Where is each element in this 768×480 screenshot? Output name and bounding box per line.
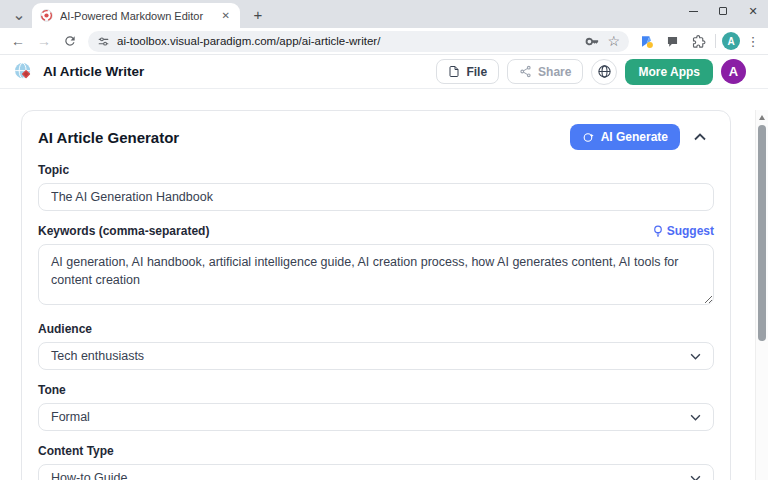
- extensions-area: A ⋮: [635, 30, 762, 52]
- bookmark-star-icon[interactable]: ☆: [607, 33, 620, 49]
- toolbar-separator: [715, 34, 716, 48]
- page-scrollbar[interactable]: [755, 110, 768, 480]
- chevron-down-icon: [690, 353, 701, 360]
- globe-icon: [597, 64, 612, 79]
- audience-select[interactable]: Tech enthusiasts: [38, 342, 714, 370]
- chevron-down-icon: [690, 414, 701, 421]
- keywords-textarea[interactable]: AI generation, AI handbook, artificial i…: [38, 244, 714, 305]
- keywords-label: Keywords (comma-separated): [38, 224, 653, 238]
- app-title: AI Article Writer: [43, 64, 428, 79]
- close-window-button[interactable]: ✕: [738, 0, 768, 22]
- ai-generate-label: AI Generate: [601, 130, 668, 144]
- site-settings-icon[interactable]: [97, 35, 110, 48]
- browser-toolbar: ← → ai-toolbox.visual-paradigm.com/app/a…: [0, 28, 768, 55]
- share-icon: [519, 65, 532, 78]
- ai-sparkle-icon: [582, 131, 595, 144]
- file-button-label: File: [466, 65, 487, 79]
- more-apps-button[interactable]: More Apps: [625, 59, 713, 85]
- tab-title: AI-Powered Markdown Editor: [60, 10, 213, 22]
- file-icon: [448, 65, 460, 78]
- window-controls: ✕: [678, 0, 768, 22]
- chevron-up-icon: [694, 133, 706, 141]
- extensions-puzzle-icon[interactable]: [687, 30, 709, 52]
- maximize-button[interactable]: [708, 0, 738, 22]
- content-type-label: Content Type: [38, 444, 714, 458]
- drive-extension-icon[interactable]: [635, 30, 657, 52]
- browser-menu-icon[interactable]: ⋮: [744, 34, 762, 49]
- chevron-down-icon: [690, 475, 701, 480]
- new-tab-button[interactable]: +: [246, 2, 270, 26]
- visual-paradigm-logo: [13, 61, 35, 83]
- ai-article-generator-card: AI Article Generator AI Generate Topic K…: [21, 110, 731, 480]
- audience-field-group: Audience Tech enthusiasts: [38, 322, 714, 370]
- refresh-icon[interactable]: [58, 29, 82, 53]
- maximize-icon: [719, 7, 727, 15]
- lightbulb-icon: [653, 225, 663, 238]
- share-button-label: Share: [538, 65, 571, 79]
- tab-search-chevron-icon[interactable]: ⌄: [6, 3, 32, 25]
- tone-value: Formal: [51, 410, 690, 424]
- topic-field-group: Topic: [38, 163, 714, 211]
- tone-label: Tone: [38, 383, 714, 397]
- collapse-panel-button[interactable]: [686, 124, 714, 150]
- tone-select[interactable]: Formal: [38, 403, 714, 431]
- content-type-field-group: Content Type How-to Guide: [38, 444, 714, 480]
- card-title: AI Article Generator: [38, 129, 570, 146]
- browser-tab[interactable]: AI-Powered Markdown Editor ✕: [32, 3, 240, 28]
- suggest-label: Suggest: [667, 224, 714, 238]
- scrollbar-thumb[interactable]: [758, 125, 766, 341]
- share-button[interactable]: Share: [507, 59, 583, 84]
- browser-tab-strip: ⌄ AI-Powered Markdown Editor ✕ + ✕: [0, 0, 768, 28]
- notes-extension-icon[interactable]: [661, 30, 683, 52]
- app-header: AI Article Writer File Share More Apps A: [0, 55, 768, 89]
- tone-field-group: Tone Formal: [38, 383, 714, 431]
- account-avatar[interactable]: A: [721, 59, 746, 84]
- url-text[interactable]: ai-toolbox.visual-paradigm.com/app/ai-ar…: [117, 35, 578, 47]
- browser-profile-avatar[interactable]: A: [722, 32, 740, 50]
- minimize-icon: [689, 11, 698, 12]
- password-key-icon[interactable]: [585, 34, 600, 49]
- keywords-field-group: Keywords (comma-separated) Suggest AI ge…: [38, 224, 714, 309]
- file-button[interactable]: File: [436, 59, 499, 84]
- ai-generate-button[interactable]: AI Generate: [570, 124, 680, 150]
- scrollbar-up-icon[interactable]: [756, 111, 768, 123]
- back-icon[interactable]: ←: [6, 29, 30, 53]
- content-type-select[interactable]: How-to Guide: [38, 464, 714, 480]
- audience-label: Audience: [38, 322, 714, 336]
- page-content: AI Article Writer File Share More Apps A…: [0, 55, 768, 480]
- tab-close-icon[interactable]: ✕: [220, 10, 232, 21]
- forward-icon[interactable]: →: [32, 29, 56, 53]
- content-type-value: How-to Guide: [51, 471, 690, 480]
- site-favicon: [40, 9, 53, 22]
- topic-input[interactable]: [38, 183, 714, 211]
- minimize-button[interactable]: [678, 0, 708, 22]
- language-globe-button[interactable]: [591, 59, 617, 85]
- audience-value: Tech enthusiasts: [51, 349, 690, 363]
- address-bar[interactable]: ai-toolbox.visual-paradigm.com/app/ai-ar…: [88, 31, 629, 52]
- suggest-link[interactable]: Suggest: [653, 224, 714, 238]
- topic-label: Topic: [38, 163, 714, 177]
